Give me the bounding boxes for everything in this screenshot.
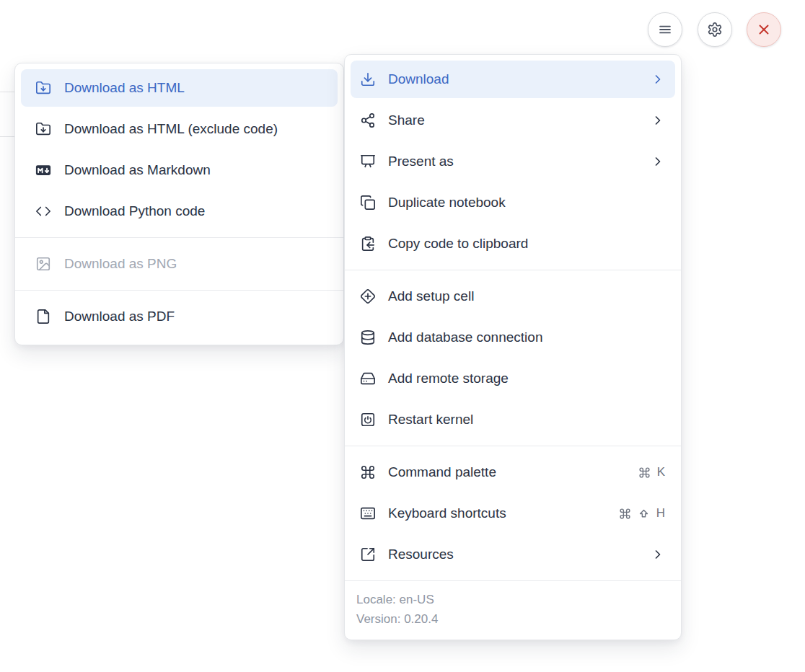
menu-item-resources[interactable]: Resources (351, 536, 675, 573)
menu-item-download-as-markdown[interactable]: Download as Markdown (21, 151, 338, 189)
download-submenu: Download as HTML Download as HTML (exclu… (14, 63, 344, 345)
command-key-icon (638, 467, 651, 479)
markdown-download-icon (35, 162, 51, 178)
menu-item-label: Present as (388, 154, 651, 169)
notebook-actions-menu: Download Share Present as Duplicate note… (344, 54, 682, 640)
menu-item-label: Download as PNG (64, 256, 327, 272)
folder-down-icon (35, 121, 51, 137)
menu-separator (345, 270, 681, 270)
menu-separator (15, 237, 343, 238)
menu-footer: Locale: en-US Version: 0.20.4 (345, 580, 681, 640)
menu-item-label: Download Python code (64, 203, 327, 219)
presentation-icon (360, 154, 376, 169)
menu-item-label: Add database connection (388, 330, 665, 345)
version-text: Version: 0.20.4 (356, 611, 669, 628)
menu-item-download-as-png: Download as PNG (21, 245, 338, 283)
menu-item-label: Download (388, 71, 651, 87)
folder-down-icon (35, 80, 51, 96)
download-icon (360, 71, 376, 87)
share-icon (360, 112, 376, 128)
shortcut-key: H (656, 506, 665, 521)
menu-item-add-remote-storage[interactable]: Add remote storage (351, 360, 675, 397)
chevron-right-icon (651, 113, 665, 128)
copy-icon (360, 195, 376, 211)
hamburger-menu-icon (657, 22, 673, 37)
background-cell-border (0, 92, 14, 92)
menu-item-label: Copy code to clipboard (388, 236, 665, 252)
gear-icon (707, 22, 723, 37)
menu-item-duplicate-notebook[interactable]: Duplicate notebook (351, 184, 675, 221)
menu-item-present-as[interactable]: Present as (351, 143, 675, 180)
command-icon (360, 464, 376, 480)
settings-button[interactable] (698, 12, 732, 47)
background-cell-border (0, 136, 14, 137)
hard-drive-icon (360, 371, 376, 386)
file-icon (35, 309, 51, 324)
keyboard-icon (360, 505, 376, 521)
chevron-right-icon (651, 154, 665, 169)
chevron-right-icon (651, 547, 665, 562)
database-icon (360, 330, 376, 345)
menu-item-copy-code-to-clipboard[interactable]: Copy code to clipboard (351, 225, 675, 262)
power-square-icon (360, 412, 376, 428)
keyboard-shortcut: K (638, 465, 665, 479)
locale-text: Locale: en-US (356, 591, 669, 609)
image-icon (35, 256, 51, 272)
menu-item-download[interactable]: Download (351, 61, 675, 98)
menu-item-label: Download as PDF (64, 309, 327, 324)
menu-item-label: Share (388, 112, 651, 128)
shift-key-icon (638, 508, 650, 520)
menu-item-download-as-pdf[interactable]: Download as PDF (21, 298, 338, 335)
menu-item-download-as-html-exclude-code[interactable]: Download as HTML (exclude code) (21, 110, 338, 148)
menu-item-download-python-code[interactable]: Download Python code (21, 193, 338, 230)
menu-item-label: Download as HTML (exclude code) (64, 121, 327, 137)
menu-item-keyboard-shortcuts[interactable]: Keyboard shortcuts H (351, 495, 675, 532)
menu-item-label: Add remote storage (388, 371, 665, 386)
clipboard-paste-icon (360, 236, 376, 252)
chevron-right-icon (651, 72, 665, 87)
diamond-plus-icon (360, 288, 376, 304)
menu-separator (15, 290, 343, 291)
menu-item-add-database-connection[interactable]: Add database connection (351, 319, 675, 356)
close-button[interactable] (747, 12, 781, 47)
menu-item-share[interactable]: Share (351, 102, 675, 139)
external-link-icon (360, 547, 376, 562)
code-icon (35, 203, 51, 219)
menu-item-label: Add setup cell (388, 288, 665, 304)
menu-item-label: Download as Markdown (64, 162, 327, 178)
notebook-menu-button[interactable] (648, 12, 682, 47)
menu-item-label: Download as HTML (64, 80, 327, 96)
menu-item-label: Resources (388, 547, 651, 562)
menu-item-download-as-html[interactable]: Download as HTML (21, 69, 338, 107)
shortcut-key: K (657, 465, 665, 479)
command-key-icon (619, 508, 631, 520)
menu-item-command-palette[interactable]: Command palette K (351, 454, 675, 491)
menu-item-label: Restart kernel (388, 412, 665, 428)
menu-item-label: Command palette (388, 464, 638, 480)
close-icon (756, 22, 772, 37)
menu-item-label: Keyboard shortcuts (388, 505, 619, 521)
menu-separator (345, 446, 681, 446)
menu-item-label: Duplicate notebook (388, 195, 665, 211)
menu-item-add-setup-cell[interactable]: Add setup cell (351, 278, 675, 315)
menu-item-restart-kernel[interactable]: Restart kernel (351, 401, 675, 438)
keyboard-shortcut: H (619, 506, 665, 521)
